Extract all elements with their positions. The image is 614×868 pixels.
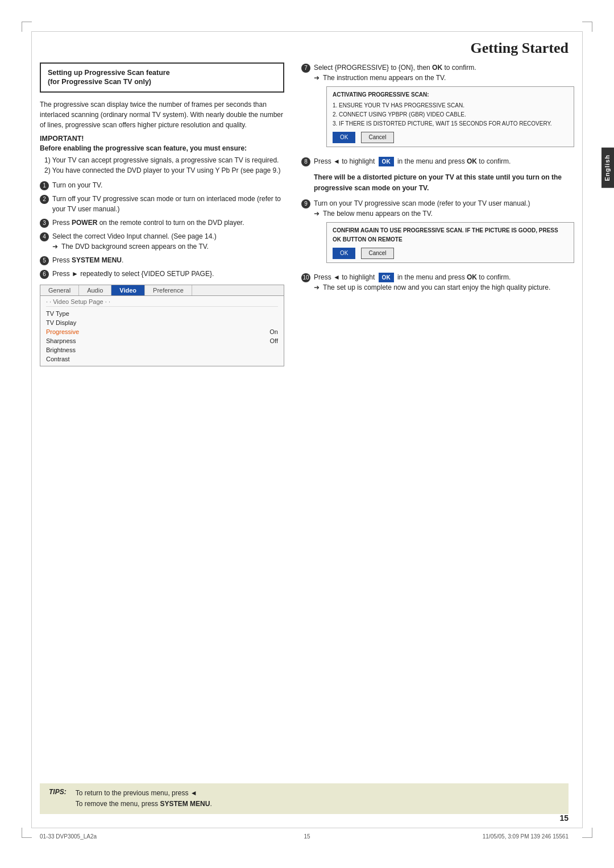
footer-center: 15 (304, 833, 310, 840)
step-10: 10 Press ◄ to highlight OK in the menu a… (301, 272, 574, 293)
menu-tab-video: Video (111, 285, 145, 295)
warning-block: There will be a distorted picture on you… (314, 172, 574, 194)
menu-tabs: General Audio Video Preference (40, 285, 284, 296)
important-label: IMPORTANT! (40, 135, 284, 143)
info-box-item-3: 3. IF THERE IS DISTORTED PICTURE, WAIT 1… (333, 119, 568, 128)
info-box-buttons-1: OK Cancel (333, 132, 568, 143)
page-number: 15 (559, 813, 569, 823)
step-5: 5 Press SYSTEM MENU. (40, 255, 284, 265)
menu-body: · · Video Setup Page · · TV Type TV Disp… (40, 296, 284, 366)
info-box-title-2: CONFIRM AGAIN TO USE PROGRESSIVE SCAN. I… (333, 226, 568, 244)
section-box: Setting up Progressive Scan feature (for… (40, 62, 284, 93)
tips-line-1: To return to the previous menu, press ◄ (76, 788, 212, 799)
step-1: 1 Turn on your TV. (40, 180, 284, 190)
tips-label: TIPS: (49, 788, 67, 796)
page-border-right (582, 31, 583, 828)
page-border-bottom (31, 828, 583, 828)
press-highlight-ok-1: OK (379, 157, 394, 166)
info-box-activating: ACTIVATING PROGRESSIVE SCAN: 1. ENSURE Y… (326, 86, 574, 147)
step-6: 6 Press ► repeatedly to select {VIDEO SE… (40, 269, 284, 279)
page-border-left (31, 31, 32, 828)
info-box-buttons-2: OK Cancel (333, 248, 568, 259)
cancel-button-2[interactable]: Cancel (361, 248, 393, 259)
content-area: Setting up Progressive Scan feature (for… (0, 62, 614, 366)
step-7: 7 Select {PROGRESSIVE} to {ON}, then OK … (301, 62, 574, 151)
tips-line-2: To remove the menu, press SYSTEM MENU. (76, 799, 212, 809)
menu-item-sharpness: SharpnessOff (46, 336, 278, 345)
menu-tab-preference: Preference (145, 285, 192, 295)
cancel-button-1[interactable]: Cancel (361, 132, 393, 143)
info-box-confirm: CONFIRM AGAIN TO USE PROGRESSIVE SCAN. I… (326, 222, 574, 263)
menu-item-contrast: Contrast (46, 354, 278, 364)
step-3: 3 Press POWER on the remote control to t… (40, 218, 284, 228)
prereq-1: 1) Your TV can accept progressive signal… (44, 155, 284, 165)
step-8: 8 Press ◄ to highlight OK in the menu an… (301, 156, 574, 166)
menu-tab-general: General (40, 285, 79, 295)
menu-item-progressive: ProgressiveOn (46, 327, 278, 336)
info-box-item-1: 1. ENSURE YOUR TV HAS PROGRESSIVE SCAN. (333, 101, 568, 110)
ok-button-1[interactable]: OK (333, 132, 355, 143)
left-column: Setting up Progressive Scan feature (for… (40, 62, 284, 366)
step-2: 2 Turn off your TV progressive scan mode… (40, 194, 284, 214)
prereq-2: 2) You have connected the DVD player to … (44, 165, 284, 176)
step-10-circle: 10 (301, 273, 310, 282)
menu-item-brightness: Brightness (46, 345, 278, 354)
language-tab: English (601, 148, 614, 188)
corner-mark-tl (22, 22, 32, 32)
footer-right: 11/05/05, 3:09 PM 139 246 15561 (483, 833, 569, 840)
corner-mark-br (582, 828, 592, 838)
tips-content: To return to the previous menu, press ◄ … (76, 788, 212, 809)
body-text: The progressive scan display twice the n… (40, 99, 284, 130)
menu-page-title: · · Video Setup Page · · (46, 298, 278, 307)
step-4: 4 Select the correct Video Input channel… (40, 231, 284, 252)
step-9: 9 Turn on your TV progressive scan mode … (301, 198, 574, 266)
menu-item-tvtype: TV Type (46, 309, 278, 318)
right-column: 7 Select {PROGRESSIVE} to {ON}, then OK … (301, 62, 574, 366)
menu-image: General Audio Video Preference · · Video… (40, 285, 284, 366)
prereq-list: 1) Your TV can accept progressive signal… (40, 155, 284, 176)
section-title: Setting up Progressive Scan feature (for… (48, 68, 276, 87)
menu-item-tvdisplay: TV Display (46, 318, 278, 327)
info-box-title-1: ACTIVATING PROGRESSIVE SCAN: (333, 90, 568, 99)
corner-mark-bl (22, 828, 32, 838)
info-box-item-2: 2. CONNECT USING YPBPR (GBR) VIDEO CABLE… (333, 110, 568, 119)
menu-tab-audio: Audio (79, 285, 111, 295)
press-highlight-ok-2: OK (379, 273, 394, 282)
footer-left: 01-33 DVP3005_LA2a (40, 833, 97, 840)
ok-button-2[interactable]: OK (333, 248, 355, 259)
corner-mark-tr (582, 22, 592, 32)
important-sub: Before enabling the progressive scan fea… (40, 144, 284, 152)
tips-section: TIPS: To return to the previous menu, pr… (40, 783, 569, 814)
page-border-top (31, 31, 583, 32)
